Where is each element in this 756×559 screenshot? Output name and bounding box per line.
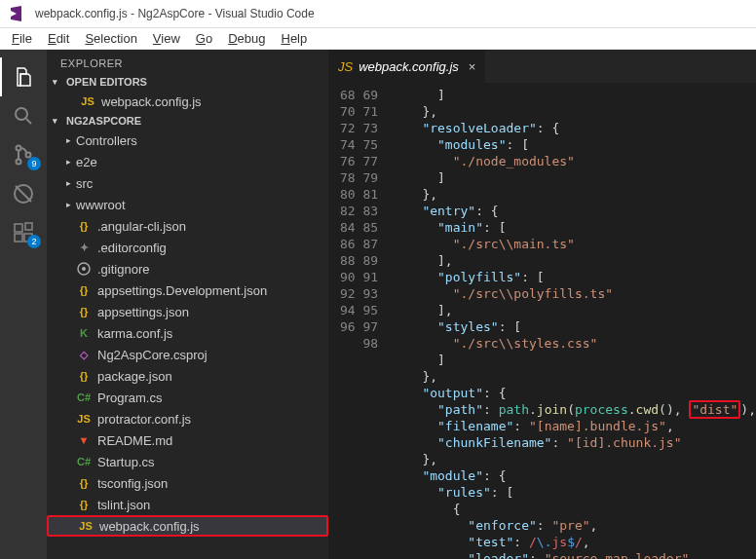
menu-go[interactable]: Go (188, 29, 220, 48)
file-item[interactable]: {}package.json (47, 365, 328, 387)
editor-tabs: JS webpack.config.js × (328, 50, 756, 83)
file-label: tsconfig.json (97, 476, 168, 491)
file-icon: JS (76, 411, 92, 427)
menu-edit[interactable]: Edit (40, 29, 77, 48)
code-editor[interactable]: 68 69 70 71 72 73 74 75 76 77 78 79 80 8… (328, 83, 756, 559)
file-icon: {} (76, 282, 92, 298)
file-label: .editorconfig (97, 241, 167, 255)
folder-label: Controllers (76, 133, 137, 148)
explorer-title: EXPLORER (47, 50, 328, 73)
svg-rect-5 (15, 224, 22, 232)
file-label: Ng2AspCore.csproj (97, 348, 208, 362)
svg-point-3 (26, 153, 31, 158)
menu-view[interactable]: View (145, 29, 188, 48)
folder-item[interactable]: ▸wwwroot (47, 194, 328, 215)
code-content[interactable]: ] }, "resolveLoader": { "modules": [ "./… (392, 83, 756, 559)
file-icon: ◇ (76, 347, 92, 362)
open-editor-label: webpack.config.js (101, 94, 202, 109)
file-label: appsettings.Development.json (97, 283, 267, 298)
file-label: protractor.conf.js (97, 412, 191, 427)
menu-file[interactable]: File (4, 29, 40, 48)
file-icon: {} (76, 497, 92, 512)
file-icon: C# (76, 390, 92, 405)
folder-item[interactable]: ▸src (47, 172, 328, 194)
chevron-right-icon: ▸ (66, 178, 76, 188)
open-editor-item[interactable]: JS webpack.config.js (47, 91, 328, 112)
file-item[interactable]: {}tsconfig.json (47, 472, 328, 494)
file-item[interactable]: {}tslint.json (47, 494, 328, 515)
svg-point-2 (17, 160, 21, 165)
folder-item[interactable]: ▸e2e (47, 151, 328, 172)
menu-debug[interactable]: Debug (220, 29, 273, 48)
file-label: webpack.config.js (99, 519, 200, 534)
activity-extensions-icon[interactable]: 2 (0, 213, 47, 252)
tab-webpack-config[interactable]: JS webpack.config.js × (328, 50, 486, 83)
tab-label: webpack.config.js (359, 59, 459, 74)
folder-label: wwwroot (76, 198, 126, 212)
chevron-down-icon: ▾ (53, 116, 64, 126)
file-label: tslint.json (97, 498, 150, 512)
folder-label: e2e (76, 155, 97, 169)
menu-help[interactable]: Help (273, 29, 315, 48)
svg-point-1 (17, 146, 21, 151)
chevron-right-icon: ▸ (66, 157, 76, 167)
file-label: Startup.cs (97, 455, 155, 469)
file-label: karma.conf.js (97, 326, 172, 341)
file-label: appsettings.json (97, 305, 189, 319)
activity-explorer-icon[interactable] (0, 57, 47, 96)
activity-debug-icon[interactable] (0, 174, 47, 213)
file-item[interactable]: Kkarma.conf.js (47, 322, 328, 344)
js-file-icon: JS (80, 93, 95, 109)
file-icon: {} (76, 304, 92, 319)
project-header[interactable]: ▾ NG2ASPCORE (47, 112, 328, 130)
window-title: webpack.config.js - Ng2AspCore - Visual … (35, 7, 315, 20)
file-item[interactable]: {}.angular-cli.json (47, 215, 328, 237)
activity-scm-icon[interactable]: 9 (0, 135, 47, 174)
file-icon: K (76, 325, 92, 341)
close-icon[interactable]: × (469, 59, 476, 74)
menu-selection[interactable]: Selection (77, 29, 144, 48)
ext-badge: 2 (27, 235, 41, 248)
chevron-right-icon: ▸ (66, 200, 76, 209)
file-icon: JS (78, 518, 94, 534)
file-icon: {} (76, 218, 92, 234)
window-titlebar: webpack.config.js - Ng2AspCore - Visual … (0, 0, 756, 28)
file-item[interactable]: ◇Ng2AspCore.csproj (47, 344, 328, 365)
file-tree: ▸Controllers▸e2e▸src▸wwwroot{}.angular-c… (47, 130, 328, 559)
activity-bar: 9 2 (0, 50, 47, 559)
file-item[interactable]: {}appsettings.json (47, 301, 328, 322)
file-label: package.json (97, 369, 172, 384)
file-item[interactable]: C#Startup.cs (47, 451, 328, 472)
file-item[interactable]: ▼README.md (47, 429, 328, 451)
open-editors-label: OPEN EDITORS (66, 76, 147, 88)
file-icon: ✦ (76, 240, 92, 255)
folder-item[interactable]: ▸Controllers (47, 130, 328, 151)
file-icon: {} (76, 475, 92, 491)
explorer-sidebar: EXPLORER ▾ OPEN EDITORS JS webpack.confi… (47, 50, 328, 559)
file-item[interactable]: {}appsettings.Development.json (47, 280, 328, 301)
file-item[interactable]: JSwebpack.config.js (47, 515, 328, 537)
file-icon: {} (76, 368, 92, 384)
file-label: README.md (97, 433, 172, 448)
file-item[interactable]: JSprotractor.conf.js (47, 408, 328, 429)
svg-rect-8 (25, 223, 32, 230)
open-editors-header[interactable]: ▾ OPEN EDITORS (47, 73, 328, 91)
svg-point-10 (82, 267, 86, 271)
line-gutter: 68 69 70 71 72 73 74 75 76 77 78 79 80 8… (328, 83, 392, 559)
vscode-logo-icon (8, 4, 27, 23)
svg-rect-6 (15, 234, 22, 242)
file-icon (76, 261, 92, 277)
file-icon: ▼ (76, 432, 92, 448)
folder-label: src (76, 176, 93, 191)
file-label: .gitignore (97, 262, 149, 277)
file-item[interactable]: C#Program.cs (47, 387, 328, 408)
file-label: .angular-cli.json (97, 219, 186, 234)
chevron-right-icon: ▸ (66, 135, 76, 145)
file-item[interactable]: ✦.editorconfig (47, 237, 328, 258)
file-label: Program.cs (97, 391, 162, 405)
activity-search-icon[interactable] (0, 96, 47, 135)
project-label: NG2ASPCORE (66, 115, 141, 127)
file-item[interactable]: .gitignore (47, 258, 328, 280)
file-icon: C# (76, 454, 92, 469)
menu-bar: File Edit Selection View Go Debug Help (0, 28, 756, 50)
